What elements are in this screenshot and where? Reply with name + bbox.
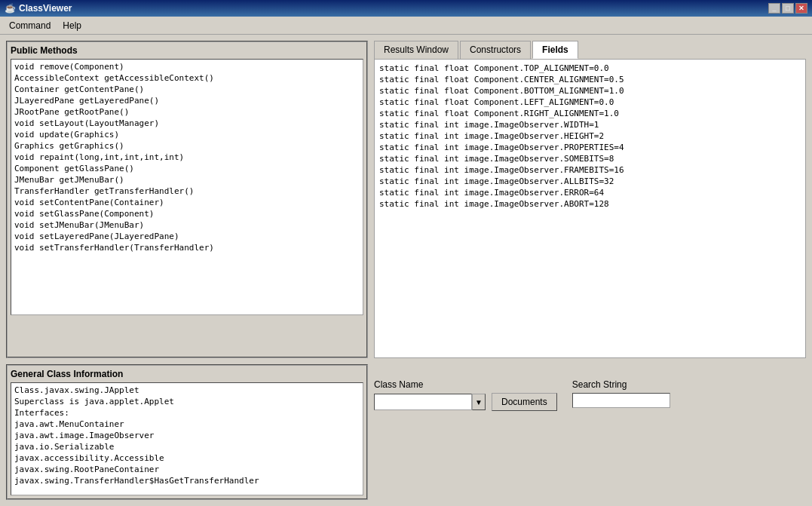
list-item[interactable]: void setLayeredPane(JLayeredPane) (13, 231, 361, 242)
list-item: Interfaces: (13, 407, 361, 419)
menu-help[interactable]: Help (57, 19, 87, 32)
class-info-title: General Class Information (11, 369, 363, 379)
app-icon: ☕ (5, 3, 16, 14)
list-item[interactable]: void setLayout(LayoutManager) (13, 118, 361, 129)
list-item: java.awt.image.ImageObserver (13, 430, 361, 441)
list-item[interactable]: void setContentPane(Container) (13, 197, 361, 208)
tab-constructors[interactable]: Constructors (460, 41, 531, 59)
list-item[interactable]: void update(Graphics) (13, 129, 361, 140)
class-name-input-row: ▼ Documents (374, 393, 557, 411)
maximize-button[interactable]: □ (782, 3, 794, 14)
list-item[interactable]: TransferHandler getTransferHandler() (13, 186, 361, 197)
list-item: static final float Component.RIGHT_ALIGN… (378, 108, 802, 119)
list-item[interactable]: Component getGlassPane() (13, 163, 361, 174)
list-item: static final float Component.TOP_ALIGNME… (378, 63, 802, 74)
list-item[interactable]: void setJMenuBar(JMenuBar) (13, 219, 361, 231)
class-name-section: Class Name ▼ Documents (374, 379, 557, 411)
menu-command[interactable]: Command (3, 19, 57, 32)
top-area: Public Methods void remove(Component)Acc… (6, 41, 806, 358)
list-item[interactable]: void setTransferHandler(TransferHandler) (13, 242, 361, 253)
list-item: static final int image.ImageObserver.HEI… (378, 130, 802, 142)
two-col-bottom: Class Name ▼ Documents Search String (374, 379, 806, 411)
search-area: Class Name ▼ Documents Search String (374, 364, 806, 411)
list-item: java.io.Serializable (13, 441, 361, 452)
public-methods-panel: Public Methods void remove(Component)Acc… (6, 41, 368, 358)
close-button[interactable]: ✕ (795, 3, 807, 14)
class-info-panel: General Class Information Class.javax.sw… (6, 364, 368, 500)
methods-list[interactable]: void remove(Component)AccessibleContext … (11, 59, 363, 315)
app-title: ClassViewer (19, 3, 72, 14)
list-item[interactable]: void repaint(long,int,int,int,int) (13, 152, 361, 163)
list-item: static final int image.ImageObserver.ERR… (378, 187, 802, 198)
list-item: java.awt.MenuContainer (13, 419, 361, 430)
list-item: static final int image.ImageObserver.PRO… (378, 142, 802, 153)
minimize-button[interactable]: _ (768, 3, 780, 14)
public-methods-title: Public Methods (11, 45, 363, 56)
tabs-container: Results Window Constructors Fields (374, 41, 806, 59)
list-item[interactable]: Graphics getGraphics() (13, 140, 361, 152)
title-bar: ☕ ClassViewer _ □ ✕ (0, 0, 812, 17)
list-item[interactable]: JRootPane getRootPane() (13, 106, 361, 118)
list-item[interactable]: JLayeredPane getLayeredPane() (13, 95, 361, 106)
list-item: javax.swing.TransferHandler$HasGetTransf… (13, 475, 361, 486)
title-bar-controls: _ □ ✕ (768, 3, 807, 14)
list-item: static final float Component.BOTTOM_ALIG… (378, 85, 802, 97)
class-name-dropdown-button[interactable]: ▼ (472, 394, 486, 410)
list-item: Superclass is java.applet.Applet (13, 396, 361, 407)
class-info-list[interactable]: Class.javax.swing.JAppletSuperclass is j… (11, 382, 363, 495)
documents-button[interactable]: Documents (492, 393, 557, 411)
list-item: static final int image.ImageObserver.WID… (378, 119, 802, 130)
list-item[interactable]: Container getContentPane() (13, 84, 361, 95)
tab-results[interactable]: Results Window (374, 41, 458, 59)
list-item: static final float Component.LEFT_ALIGNM… (378, 97, 802, 108)
list-item[interactable]: AccessibleContext getAccessibleContext() (13, 72, 361, 84)
list-item: static final int image.ImageObserver.SOM… (378, 153, 802, 164)
tab-fields[interactable]: Fields (532, 41, 578, 59)
list-item[interactable]: void remove(Component) (13, 61, 361, 72)
main-content: Public Methods void remove(Component)Acc… (0, 35, 812, 506)
class-name-input[interactable] (374, 394, 472, 410)
class-name-label: Class Name (374, 379, 557, 390)
list-item: javax.accessibility.Accessible (13, 452, 361, 464)
search-string-input[interactable] (572, 393, 670, 408)
fields-content[interactable]: static final float Component.TOP_ALIGNME… (374, 59, 806, 358)
search-string-label: Search String (572, 379, 670, 390)
list-item: static final float Component.CENTER_ALIG… (378, 74, 802, 85)
list-item: javax.swing.RootPaneContainer (13, 464, 361, 475)
list-item: Class.javax.swing.JApplet (13, 385, 361, 396)
list-item[interactable]: void setGlassPane(Component) (13, 208, 361, 219)
list-item[interactable]: JMenuBar getJMenuBar() (13, 174, 361, 186)
bottom-area: General Class Information Class.javax.sw… (6, 364, 806, 500)
title-bar-left: ☕ ClassViewer (5, 3, 72, 14)
list-item: static final int image.ImageObserver.ALL… (378, 176, 802, 187)
search-string-section: Search String (572, 379, 670, 408)
right-panel: Results Window Constructors Fields stati… (374, 41, 806, 358)
menu-bar: Command Help (0, 17, 812, 35)
list-item: static final int image.ImageObserver.FRA… (378, 164, 802, 176)
list-item: static final int image.ImageObserver.ABO… (378, 198, 802, 210)
